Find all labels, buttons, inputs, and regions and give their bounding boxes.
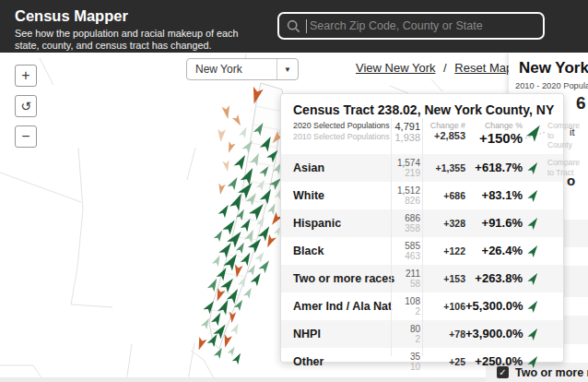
race-change-percent: +263.8% — [465, 271, 523, 285]
map-arrow[interactable] — [255, 250, 267, 263]
trend-up-arrow-icon — [525, 161, 541, 175]
race-change-number: +25 — [420, 356, 465, 367]
race-name: Two or more races — [293, 272, 389, 285]
app-header: Census Mapper See how the population and… — [0, 0, 588, 53]
race-change-number: +78 — [420, 328, 465, 340]
search-box[interactable] — [277, 12, 545, 40]
race-change-percent: +91.6% — [465, 216, 523, 230]
race-values: 3510 — [389, 352, 420, 372]
map-arrow[interactable] — [217, 183, 225, 195]
reset-view-button[interactable]: ↺ — [15, 95, 37, 117]
race-name: Hispanic — [293, 217, 389, 230]
map-arrow[interactable] — [267, 202, 278, 215]
race-values: 802 — [389, 324, 420, 344]
race-values: 1,512826 — [389, 185, 420, 206]
race-name: Other — [293, 355, 389, 368]
race-values: 585463 — [389, 241, 420, 261]
trend-up-arrow-icon — [525, 327, 541, 341]
race-change-percent: +83.1% — [465, 188, 523, 202]
change-percent-value: +150% — [465, 130, 523, 146]
map-arrow[interactable] — [239, 125, 250, 138]
race-name: Amer Ind / Ala Nat — [293, 300, 389, 313]
trend-up-arrow-icon — [525, 354, 541, 369]
panel-title: New York — [519, 59, 588, 78]
label-2020: 2020 Selected Populations — [293, 121, 389, 132]
race-change-percent: +3,900.0% — [465, 327, 523, 340]
race-name: White — [293, 189, 389, 202]
race-change-number: +686 — [420, 190, 465, 201]
census-mapper-app: Census Mapper See how the population and… — [0, 0, 588, 382]
map-arrow[interactable] — [230, 322, 241, 335]
compare-to-tract-button[interactable]: Compare to Tract — [541, 158, 580, 177]
panel-row-band — [563, 266, 588, 297]
zoom-in-button[interactable]: + — [15, 65, 37, 87]
change-percent-label: Change % — [465, 121, 523, 130]
link-separator: / — [443, 61, 447, 75]
map-arrow[interactable] — [232, 114, 243, 127]
search-input[interactable] — [310, 19, 535, 32]
race-values: 686358 — [389, 213, 420, 233]
map-arrow[interactable] — [217, 129, 226, 143]
value-2020: 4,791 — [389, 121, 420, 132]
population-labels: 2020 Selected Populations 2010 Selected … — [293, 121, 389, 143]
value-2010: 1,938 — [389, 132, 420, 143]
trend-up-arrow-icon — [523, 123, 541, 147]
race-change-number: +122 — [420, 245, 465, 257]
search-icon — [287, 19, 300, 33]
race-change-number: +106 — [420, 301, 465, 312]
race-change-number: +328 — [420, 218, 465, 229]
view-state-link[interactable]: View New York — [356, 61, 435, 75]
trend-up-arrow-icon — [525, 216, 541, 231]
change-percent: Change % +150% — [465, 121, 523, 146]
race-values: 1,574219 — [389, 158, 420, 178]
app-title: Census Mapper — [15, 7, 128, 25]
trend-up-arrow-icon — [525, 244, 541, 258]
race-name: Asian — [293, 161, 389, 174]
trend-up-arrow-icon — [525, 299, 541, 314]
race-change-number: +1,355 — [420, 162, 465, 173]
map-arrow[interactable] — [228, 175, 241, 190]
text-caret — [306, 19, 307, 33]
panel-row-band — [563, 316, 588, 344]
race-change-number: +153 — [420, 273, 465, 284]
state-dropdown[interactable]: New York ▼ — [186, 58, 299, 80]
map-arrow[interactable] — [195, 337, 207, 352]
compare-to-county-button[interactable]: Compare to County — [541, 121, 580, 150]
map-arrow[interactable] — [218, 203, 232, 218]
panel-subtitle: 2010 - 2020 Populat — [515, 81, 588, 90]
race-values: 1082 — [389, 296, 420, 316]
map-arrow[interactable] — [228, 345, 238, 356]
race-name: NHPI — [293, 328, 389, 340]
panel-text-fragment: 6 — [576, 93, 586, 113]
map-arrow[interactable] — [222, 105, 232, 119]
label-2010: 2010 Selected Populations — [293, 132, 389, 143]
map-arrow[interactable] — [222, 160, 230, 172]
reset-map-link[interactable]: Reset Map — [454, 61, 512, 75]
map-arrow[interactable] — [225, 141, 235, 154]
zoom-out-button[interactable]: − — [15, 125, 37, 148]
race-change-percent: +26.4% — [465, 244, 523, 257]
race-change-percent: +250.0% — [465, 354, 523, 368]
change-number-label: Change # — [420, 121, 465, 130]
change-number: Change # +2,853 — [420, 121, 465, 141]
map-arrow[interactable] — [232, 352, 243, 364]
population-values: 4,791 1,938 — [389, 121, 420, 143]
popup-summary-row: 2020 Selected Populations 2010 Selected … — [281, 120, 563, 154]
panel-row-band — [563, 220, 588, 247]
map-link-bar: View New York / Reset Map — [356, 61, 512, 75]
map-arrow[interactable] — [243, 286, 254, 299]
trend-up-arrow-icon — [525, 188, 541, 203]
app-subtitle: See how the population and racial makeup… — [15, 28, 262, 53]
popup-title: Census Tract 238.02, New York County, NY — [281, 94, 563, 120]
chevron-down-icon[interactable]: ▼ — [276, 59, 298, 79]
map-arrow[interactable] — [212, 254, 223, 267]
race-change-percent: +5,300.0% — [465, 299, 523, 313]
race-values: 21158 — [389, 269, 420, 289]
census-tract-popup: Census Tract 238.02, New York County, NY… — [280, 93, 564, 363]
race-name: Black — [293, 245, 389, 257]
trend-up-arrow-icon — [525, 271, 541, 286]
map-arrow[interactable] — [214, 229, 225, 242]
state-dropdown-value: New York — [187, 63, 276, 76]
race-change-percent: +618.7% — [465, 161, 523, 174]
change-number-value: +2,853 — [420, 130, 465, 141]
